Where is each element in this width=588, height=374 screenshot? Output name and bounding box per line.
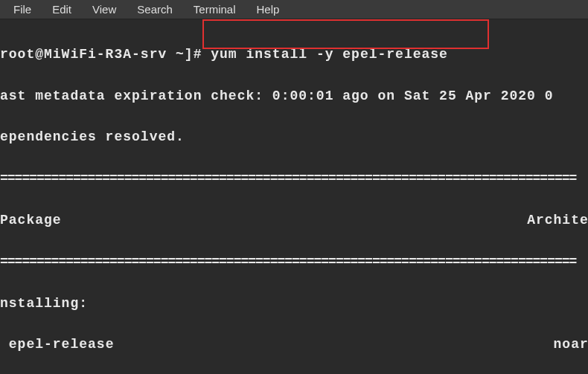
menu-file[interactable]: File: [3, 1, 42, 17]
prompt-line: root@MiWiFi-R3A-srv ~]# yum install -y e…: [0, 45, 588, 65]
table-header: Package Architec: [0, 210, 588, 231]
separator-line: ========================================…: [0, 169, 588, 190]
command-text: yum install -y epel-release: [202, 47, 447, 62]
menu-edit[interactable]: Edit: [42, 1, 82, 17]
terminal-output[interactable]: root@MiWiFi-R3A-srv ~]# yum install -y e…: [0, 19, 588, 374]
menu-search[interactable]: Search: [127, 1, 183, 17]
menu-view[interactable]: View: [82, 1, 127, 17]
menu-bar: File Edit View Search Terminal Help: [0, 0, 588, 19]
output-line: ependencies resolved.: [0, 127, 588, 148]
menu-help[interactable]: Help: [246, 1, 290, 17]
menu-terminal[interactable]: Terminal: [183, 1, 246, 17]
separator-line: ========================================…: [0, 252, 588, 273]
package-name: epel-release: [9, 337, 115, 352]
package-row: epel-release noarch: [0, 335, 588, 355]
package-arch: noarch: [554, 337, 588, 352]
header-package: Package: [0, 213, 62, 228]
installing-label: nstalling:: [0, 294, 588, 315]
output-line: ast metadata expiration check: 0:00:01 a…: [0, 86, 588, 107]
shell-prompt: root@MiWiFi-R3A-srv ~]#: [0, 47, 202, 62]
header-arch: Architec: [527, 213, 588, 228]
